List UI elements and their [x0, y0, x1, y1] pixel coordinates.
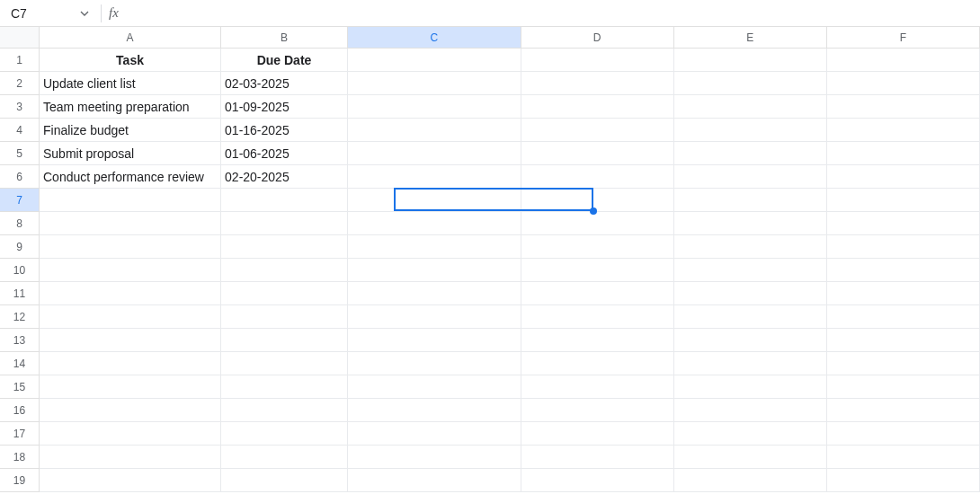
- cell-A6[interactable]: Conduct performance review: [40, 165, 221, 189]
- cell-E5[interactable]: [674, 142, 827, 165]
- cell-F17[interactable]: [827, 422, 980, 446]
- cell-D4[interactable]: [521, 119, 674, 142]
- cell-D9[interactable]: [521, 235, 674, 259]
- row-header-17[interactable]: 17: [0, 422, 40, 446]
- cell-C7[interactable]: [348, 189, 521, 212]
- cell-C10[interactable]: [348, 259, 521, 282]
- cell-D7[interactable]: [521, 189, 674, 212]
- cell-C1[interactable]: [348, 49, 521, 72]
- cell-B11[interactable]: [221, 282, 348, 305]
- cell-A15[interactable]: [40, 375, 221, 399]
- cell-C15[interactable]: [348, 375, 521, 399]
- cell-B4[interactable]: 01-16-2025: [221, 119, 348, 142]
- row-header-10[interactable]: 10: [0, 259, 40, 282]
- cell-A2[interactable]: Update client list: [40, 72, 221, 95]
- select-all-corner[interactable]: [0, 27, 40, 49]
- row-header-1[interactable]: 1: [0, 49, 40, 72]
- cell-C12[interactable]: [348, 305, 521, 329]
- cell-B12[interactable]: [221, 305, 348, 329]
- cell-C16[interactable]: [348, 399, 521, 422]
- cell-C2[interactable]: [348, 72, 521, 95]
- cell-A9[interactable]: [40, 235, 221, 259]
- cell-C4[interactable]: [348, 119, 521, 142]
- cell-B2[interactable]: 02-03-2025: [221, 72, 348, 95]
- cell-A4[interactable]: Finalize budget: [40, 119, 221, 142]
- cell-D2[interactable]: [521, 72, 674, 95]
- cell-A5[interactable]: Submit proposal: [40, 142, 221, 165]
- cell-F13[interactable]: [827, 329, 980, 352]
- row-header-8[interactable]: 8: [0, 212, 40, 235]
- cell-E11[interactable]: [674, 282, 827, 305]
- cell-B15[interactable]: [221, 375, 348, 399]
- cell-A11[interactable]: [40, 282, 221, 305]
- cell-D3[interactable]: [521, 95, 674, 119]
- cell-B7[interactable]: [221, 189, 348, 212]
- cell-D1[interactable]: [521, 49, 674, 72]
- cell-B18[interactable]: [221, 446, 348, 469]
- cell-C5[interactable]: [348, 142, 521, 165]
- cell-F10[interactable]: [827, 259, 980, 282]
- cell-A13[interactable]: [40, 329, 221, 352]
- cell-E1[interactable]: [674, 49, 827, 72]
- cell-E7[interactable]: [674, 189, 827, 212]
- row-header-9[interactable]: 9: [0, 235, 40, 259]
- col-header-B[interactable]: B: [221, 27, 348, 49]
- cell-B14[interactable]: [221, 352, 348, 375]
- cell-E19[interactable]: [674, 469, 827, 492]
- cell-E13[interactable]: [674, 329, 827, 352]
- cell-A3[interactable]: Team meeting preparation: [40, 95, 221, 119]
- cell-C9[interactable]: [348, 235, 521, 259]
- row-header-16[interactable]: 16: [0, 399, 40, 422]
- cell-E14[interactable]: [674, 352, 827, 375]
- cell-A8[interactable]: [40, 212, 221, 235]
- cell-D10[interactable]: [521, 259, 674, 282]
- cell-C18[interactable]: [348, 446, 521, 469]
- row-header-12[interactable]: 12: [0, 305, 40, 329]
- row-header-13[interactable]: 13: [0, 329, 40, 352]
- row-header-19[interactable]: 19: [0, 469, 40, 492]
- cell-E16[interactable]: [674, 399, 827, 422]
- cell-C19[interactable]: [348, 469, 521, 492]
- row-header-6[interactable]: 6: [0, 165, 40, 189]
- cell-C14[interactable]: [348, 352, 521, 375]
- cell-C3[interactable]: [348, 95, 521, 119]
- cell-D18[interactable]: [521, 446, 674, 469]
- cell-D13[interactable]: [521, 329, 674, 352]
- cell-A16[interactable]: [40, 399, 221, 422]
- cell-E8[interactable]: [674, 212, 827, 235]
- cell-B13[interactable]: [221, 329, 348, 352]
- col-header-D[interactable]: D: [521, 27, 674, 49]
- cell-D19[interactable]: [521, 469, 674, 492]
- cell-D5[interactable]: [521, 142, 674, 165]
- cell-F4[interactable]: [827, 119, 980, 142]
- cell-A17[interactable]: [40, 422, 221, 446]
- cell-A10[interactable]: [40, 259, 221, 282]
- row-header-5[interactable]: 5: [0, 142, 40, 165]
- col-header-C[interactable]: C: [348, 27, 521, 49]
- cell-A12[interactable]: [40, 305, 221, 329]
- name-box[interactable]: C7: [4, 4, 76, 23]
- col-header-E[interactable]: E: [674, 27, 827, 49]
- cell-A7[interactable]: [40, 189, 221, 212]
- name-box-dropdown[interactable]: [76, 4, 94, 22]
- cell-D12[interactable]: [521, 305, 674, 329]
- cell-E6[interactable]: [674, 165, 827, 189]
- cell-D6[interactable]: [521, 165, 674, 189]
- row-header-4[interactable]: 4: [0, 119, 40, 142]
- cell-E18[interactable]: [674, 446, 827, 469]
- cell-F11[interactable]: [827, 282, 980, 305]
- cell-B5[interactable]: 01-06-2025: [221, 142, 348, 165]
- cell-B16[interactable]: [221, 399, 348, 422]
- cell-B1[interactable]: Due Date: [221, 49, 348, 72]
- col-header-A[interactable]: A: [40, 27, 221, 49]
- cell-D8[interactable]: [521, 212, 674, 235]
- cell-B6[interactable]: 02-20-2025: [221, 165, 348, 189]
- col-header-F[interactable]: F: [827, 27, 980, 49]
- cell-C8[interactable]: [348, 212, 521, 235]
- cell-F15[interactable]: [827, 375, 980, 399]
- cell-F2[interactable]: [827, 72, 980, 95]
- cell-F18[interactable]: [827, 446, 980, 469]
- row-header-7[interactable]: 7: [0, 189, 40, 212]
- row-header-11[interactable]: 11: [0, 282, 40, 305]
- cell-E2[interactable]: [674, 72, 827, 95]
